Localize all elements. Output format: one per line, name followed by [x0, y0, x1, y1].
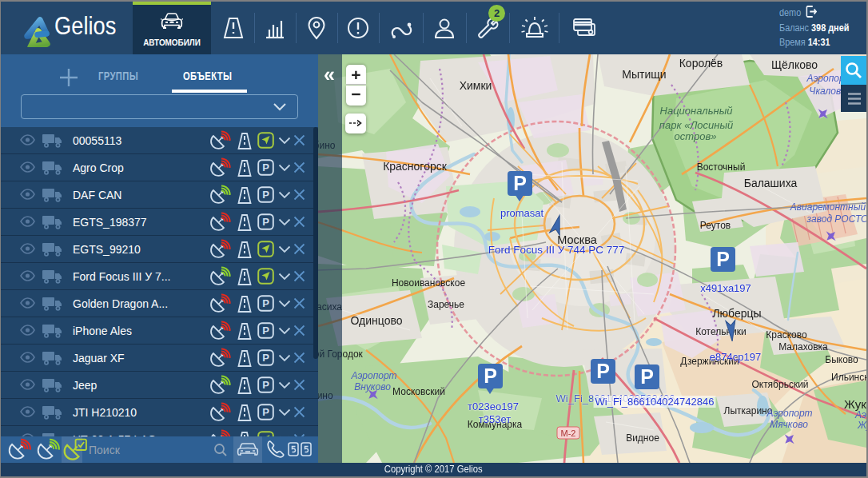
- svg-text:остров»: остров»: [675, 130, 717, 142]
- svg-text:Новоивановское: Новоивановское: [392, 277, 465, 289]
- svg-text:Жуко: Жуко: [857, 420, 866, 431]
- svg-text:P: P: [262, 161, 269, 173]
- svg-text:P: P: [262, 325, 269, 337]
- svg-text:Красногорск: Красногорск: [383, 160, 448, 173]
- svg-text:Химки: Химки: [460, 79, 492, 92]
- svg-text:Быково: Быково: [825, 354, 858, 365]
- svg-text:Щёлково: Щёлково: [771, 58, 818, 71]
- svg-text:парк «Лосиный: парк «Лосиный: [659, 119, 733, 131]
- svg-text:Аэропорт: Аэропорт: [766, 408, 812, 419]
- svg-text:Малаховка: Малаховка: [778, 341, 828, 353]
- svg-text:P: P: [262, 379, 269, 391]
- svg-text:P: P: [262, 189, 269, 201]
- svg-text:Лыткарино: Лыткарино: [724, 405, 773, 416]
- svg-text:Авиаремонтный: Авиаремонтный: [790, 201, 866, 213]
- svg-text:P: P: [262, 216, 269, 228]
- svg-text:Королёв: Королёв: [679, 57, 723, 70]
- svg-text:Мячково: Мячково: [770, 419, 808, 430]
- svg-text:Мытищи: Мытищи: [622, 68, 666, 81]
- svg-text:Одинцово: Одинцово: [350, 314, 402, 327]
- svg-text:P: P: [262, 352, 269, 364]
- svg-text:P: P: [262, 406, 269, 418]
- svg-text:Реутов: Реутов: [700, 220, 731, 231]
- svg-text:Аэропор: Аэропор: [806, 73, 845, 84]
- svg-text:Балашиха: Балашиха: [744, 177, 798, 189]
- svg-text:Заречье: Заречье: [428, 299, 464, 310]
- svg-text:P: P: [262, 297, 269, 309]
- svg-text:завод РОСТО: завод РОСТО: [806, 213, 866, 225]
- svg-text:Московский: Московский: [392, 386, 445, 397]
- svg-text:Красково: Красково: [766, 329, 807, 341]
- svg-text:Ильинск: Ильинск: [831, 372, 866, 383]
- svg-text:Национальный: Национальный: [660, 105, 733, 117]
- svg-text:Восточный: Восточный: [697, 161, 746, 173]
- svg-text:Аэроп: Аэроп: [854, 409, 866, 420]
- svg-text:Видное: Видное: [626, 432, 659, 444]
- svg-text:Октябрьский: Октябрьский: [751, 379, 808, 390]
- svg-text:М-2: М-2: [561, 428, 576, 438]
- svg-text:Аэропорт: Аэропорт: [350, 370, 396, 381]
- svg-text:Внуково: Внуково: [354, 381, 391, 392]
